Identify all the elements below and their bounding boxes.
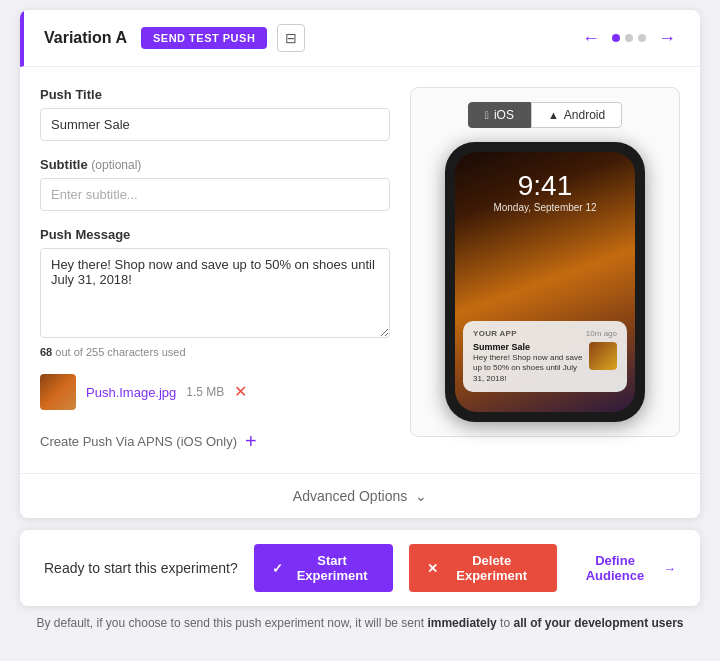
notif-header: YOUR APP 10m ago <box>473 329 617 338</box>
bottom-bar: Ready to start this experiment? ✓ Start … <box>20 530 700 606</box>
save-icon: ⊟ <box>285 30 297 46</box>
char-count-number: 68 <box>40 346 52 358</box>
subtitle-input[interactable] <box>40 178 390 211</box>
subtitle-label: Subtitle (optional) <box>40 157 390 172</box>
ready-text: Ready to start this experiment? <box>44 560 238 576</box>
phone-time: 9:41 <box>518 172 573 200</box>
apns-plus-icon: + <box>245 430 257 453</box>
push-title-input[interactable] <box>40 108 390 141</box>
x-icon: ✕ <box>427 561 438 576</box>
notification-card: YOUR APP 10m ago Summer Sale Hey there! … <box>463 321 627 392</box>
remove-image-button[interactable]: ✕ <box>234 384 247 400</box>
save-icon-button[interactable]: ⊟ <box>277 24 305 52</box>
notif-message: Hey there! Shop now and save up to 50% o… <box>473 353 583 384</box>
char-count-text: out of 255 characters used <box>55 346 185 358</box>
notif-app-label: YOUR APP <box>473 329 517 338</box>
header-nav: ← → <box>578 26 680 51</box>
push-message-input[interactable]: Hey there! Shop now and save up to 50% o… <box>40 248 390 338</box>
notif-title: Summer Sale <box>473 342 583 352</box>
subtitle-group: Subtitle (optional) <box>40 157 390 211</box>
footer-note: By default, if you choose to send this p… <box>20 606 700 636</box>
notif-time: 10m ago <box>586 329 617 338</box>
platform-tabs:  iOS ▲ Android <box>425 102 665 128</box>
push-title-group: Push Title <box>40 87 390 141</box>
send-test-button[interactable]: SEND TEST PUSH <box>141 27 267 49</box>
image-link[interactable]: Push.Image.jpg <box>86 385 176 400</box>
notif-body: Summer Sale Hey there! Shop now and save… <box>473 342 617 384</box>
apns-row[interactable]: Create Push Via APNS (iOS Only) + <box>40 430 390 453</box>
checkmark-icon: ✓ <box>272 561 283 576</box>
left-panel: Push Title Subtitle (optional) Push Mess… <box>40 87 390 453</box>
push-message-label: Push Message <box>40 227 390 242</box>
card-body: Push Title Subtitle (optional) Push Mess… <box>20 67 700 473</box>
advanced-options-label: Advanced Options <box>293 488 407 504</box>
define-audience-button[interactable]: Define Audience → <box>573 553 676 583</box>
preview-container:  iOS ▲ Android 9:41 Monday, September 1… <box>410 87 680 437</box>
prev-arrow-button[interactable]: ← <box>578 26 604 51</box>
notif-text-area: Summer Sale Hey there! Shop now and save… <box>473 342 583 384</box>
phone-wrapper: 9:41 Monday, September 12 YOUR APP 10m a… <box>425 142 665 422</box>
apns-label: Create Push Via APNS (iOS Only) <box>40 434 237 449</box>
notif-image <box>589 342 617 370</box>
phone-screen: 9:41 Monday, September 12 YOUR APP 10m a… <box>455 152 635 412</box>
delete-experiment-button[interactable]: ✕ Delete Experiment <box>409 544 557 592</box>
nav-dot-1 <box>612 34 620 42</box>
phone-date: Monday, September 12 <box>493 202 596 213</box>
nav-dot-2 <box>625 34 633 42</box>
variation-title: Variation A <box>44 29 127 47</box>
nav-dot-3 <box>638 34 646 42</box>
push-title-label: Push Title <box>40 87 390 102</box>
android-icon: ▲ <box>548 109 559 121</box>
main-card: Variation A SEND TEST PUSH ⊟ ← → Push Ti… <box>20 10 700 518</box>
ios-tab[interactable]:  iOS <box>468 102 531 128</box>
push-message-group: Push Message Hey there! Shop now and sav… <box>40 227 390 358</box>
android-tab[interactable]: ▲ Android <box>531 102 622 128</box>
start-experiment-button[interactable]: ✓ Start Experiment <box>254 544 394 592</box>
chevron-down-icon: ⌄ <box>415 488 427 504</box>
card-header: Variation A SEND TEST PUSH ⊟ ← → <box>20 10 700 67</box>
nav-dots <box>612 34 646 42</box>
char-count: 68 out of 255 characters used <box>40 346 390 358</box>
image-thumbnail <box>40 374 76 410</box>
right-panel:  iOS ▲ Android 9:41 Monday, September 1… <box>410 87 680 453</box>
next-arrow-button[interactable]: → <box>654 26 680 51</box>
phone-frame: 9:41 Monday, September 12 YOUR APP 10m a… <box>445 142 645 422</box>
apple-icon:  <box>485 109 489 121</box>
arrow-right-icon: → <box>663 561 676 576</box>
image-row: Push.Image.jpg 1.5 MB ✕ <box>40 374 390 410</box>
image-size: 1.5 MB <box>186 385 224 399</box>
advanced-options-section[interactable]: Advanced Options ⌄ <box>20 473 700 518</box>
